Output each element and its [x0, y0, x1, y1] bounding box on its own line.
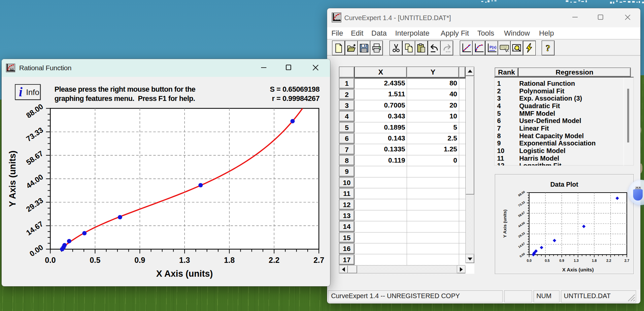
svg-text:2.7: 2.7: [314, 256, 324, 264]
svg-text:0.5: 0.5: [90, 256, 101, 264]
svg-text:88.00: 88.00: [518, 190, 525, 197]
svg-text:X Axis (units): X Axis (units): [562, 267, 593, 272]
svg-text:0.0: 0.0: [45, 256, 56, 264]
svg-text:Y Axis (units): Y Axis (units): [502, 209, 507, 238]
svg-text:14.67: 14.67: [518, 242, 525, 249]
svg-text:1.3: 1.3: [574, 259, 579, 263]
svg-text:1.8: 1.8: [592, 259, 597, 263]
svg-text:0.00: 0.00: [28, 243, 45, 258]
svg-text:0.5: 0.5: [545, 259, 550, 263]
svg-text:58.67: 58.67: [518, 211, 525, 218]
svg-text:1.3: 1.3: [179, 256, 190, 264]
svg-text:0.9: 0.9: [559, 259, 564, 263]
svg-text:29.33: 29.33: [518, 232, 525, 238]
svg-text:0.9: 0.9: [134, 256, 145, 264]
svg-text:2.2: 2.2: [606, 259, 611, 263]
svg-text:0.00: 0.00: [519, 252, 525, 258]
svg-text:44.00: 44.00: [25, 173, 45, 190]
svg-text:0.0: 0.0: [527, 259, 532, 263]
svg-text:1.8: 1.8: [224, 256, 235, 264]
svg-text:73.33: 73.33: [518, 201, 525, 207]
svg-text:2.7: 2.7: [625, 259, 629, 263]
svg-text:X Axis (units): X Axis (units): [156, 269, 213, 279]
svg-text:88.00: 88.00: [25, 102, 45, 120]
svg-text:29.33: 29.33: [25, 196, 45, 214]
svg-text:73.33: 73.33: [25, 126, 45, 143]
svg-text:2.2: 2.2: [269, 256, 280, 264]
svg-text:44.00: 44.00: [518, 221, 525, 228]
svg-text:Y Axis (units): Y Axis (units): [8, 150, 17, 207]
svg-text:14.67: 14.67: [25, 220, 45, 237]
svg-text:58.67: 58.67: [25, 149, 45, 167]
